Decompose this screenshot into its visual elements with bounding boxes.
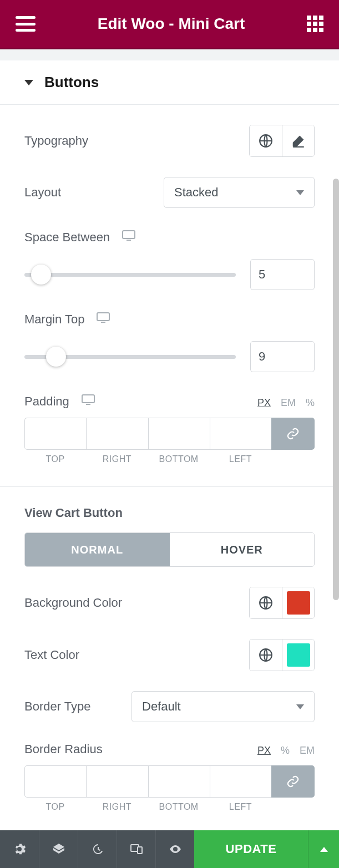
border-type-label: Border Type: [24, 699, 90, 714]
layout-select[interactable]: Stacked: [164, 177, 315, 208]
svg-rect-4: [101, 322, 105, 323]
desktop-icon: [97, 312, 110, 323]
space-between-input[interactable]: [250, 259, 315, 290]
caret-down-icon: [24, 80, 33, 85]
color-swatch: [287, 643, 310, 667]
link-icon: [286, 427, 300, 440]
padding-top-input[interactable]: [24, 418, 86, 450]
svg-rect-2: [127, 240, 131, 241]
layout-label: Layout: [24, 185, 61, 200]
svg-rect-10: [138, 847, 142, 854]
globe-icon: [259, 596, 273, 610]
layers-icon: [52, 842, 65, 856]
padding-unit-px[interactable]: PX: [257, 397, 271, 409]
margin-top-input[interactable]: [250, 341, 315, 372]
radius-right-input[interactable]: [86, 765, 148, 798]
bg-color-globe-button[interactable]: [250, 587, 282, 618]
padding-link-button[interactable]: [271, 418, 315, 450]
dim-top: TOP: [24, 454, 86, 464]
apps-button[interactable]: [307, 16, 323, 32]
dim-right: RIGHT: [86, 802, 148, 812]
svg-rect-3: [97, 313, 109, 321]
radius-unit-px[interactable]: PX: [257, 745, 271, 757]
dim-bottom: BOTTOM: [148, 454, 210, 464]
padding-unit-em[interactable]: EM: [281, 397, 296, 409]
bg-color-label: Background Color: [24, 596, 122, 610]
layout-value: Stacked: [174, 185, 219, 200]
eye-icon: [169, 842, 182, 856]
settings-button[interactable]: [0, 830, 39, 868]
padding-label: Padding: [24, 394, 69, 409]
typography-label: Typography: [24, 134, 88, 148]
menu-button[interactable]: [16, 16, 36, 32]
border-type-select[interactable]: Default: [131, 691, 315, 722]
update-button[interactable]: UPDATE: [194, 830, 308, 868]
dim-right: RIGHT: [86, 454, 148, 464]
tab-hover[interactable]: HOVER: [170, 533, 315, 566]
history-button[interactable]: [78, 830, 117, 868]
history-icon: [91, 842, 104, 856]
padding-left-input[interactable]: [210, 418, 271, 450]
chevron-down-icon: [296, 704, 304, 709]
responsive-button[interactable]: [122, 230, 135, 245]
navigator-button[interactable]: [39, 830, 78, 868]
radius-left-input[interactable]: [210, 765, 271, 798]
radius-link-button[interactable]: [271, 765, 315, 798]
text-color-label: Text Color: [24, 648, 79, 662]
gear-icon: [13, 842, 26, 856]
globe-icon: [259, 648, 273, 662]
tab-normal[interactable]: NORMAL: [25, 533, 170, 566]
desktop-icon: [122, 230, 135, 241]
scrollbar[interactable]: [333, 179, 339, 600]
svg-rect-1: [123, 231, 135, 238]
svg-rect-5: [82, 395, 94, 403]
caret-up-icon: [320, 847, 328, 852]
dim-left: LEFT: [210, 454, 271, 464]
pencil-icon: [291, 134, 306, 148]
margin-top-label: Margin Top: [24, 312, 84, 327]
responsive-button[interactable]: [82, 394, 95, 409]
desktop-icon: [82, 394, 95, 405]
space-between-slider[interactable]: [31, 265, 51, 285]
preview-button[interactable]: [155, 830, 194, 868]
typography-edit-button[interactable]: [282, 125, 314, 156]
link-icon: [286, 775, 300, 788]
border-radius-label: Border Radius: [24, 742, 103, 757]
page-title: Edit Woo - Mini Cart: [36, 15, 307, 33]
globe-icon: [259, 134, 273, 148]
radius-unit-em[interactable]: EM: [300, 745, 315, 757]
radius-top-input[interactable]: [24, 765, 86, 798]
section-title: Buttons: [44, 74, 99, 91]
margin-top-slider[interactable]: [46, 347, 66, 367]
radius-bottom-input[interactable]: [148, 765, 210, 798]
color-swatch: [287, 591, 310, 615]
bg-color-swatch-button[interactable]: [282, 587, 314, 618]
text-color-swatch-button[interactable]: [282, 639, 314, 671]
radius-unit-pct[interactable]: %: [281, 745, 290, 757]
view-cart-heading: View Cart Button: [24, 506, 315, 520]
chevron-down-icon: [296, 190, 304, 195]
section-buttons-toggle[interactable]: Buttons: [0, 60, 339, 105]
dim-left: LEFT: [210, 802, 271, 812]
space-between-label: Space Between: [24, 230, 110, 245]
typography-globe-button[interactable]: [250, 125, 282, 156]
dim-top: TOP: [24, 802, 86, 812]
dim-bottom: BOTTOM: [148, 802, 210, 812]
padding-unit-pct[interactable]: %: [306, 397, 315, 409]
padding-right-input[interactable]: [86, 418, 148, 450]
border-type-value: Default: [142, 699, 181, 714]
text-color-globe-button[interactable]: [250, 639, 282, 671]
responsive-mode-button[interactable]: [117, 830, 155, 868]
padding-bottom-input[interactable]: [148, 418, 210, 450]
devices-icon: [130, 842, 143, 856]
svg-rect-6: [86, 404, 90, 405]
responsive-button[interactable]: [97, 312, 110, 327]
update-options-button[interactable]: [308, 830, 339, 868]
